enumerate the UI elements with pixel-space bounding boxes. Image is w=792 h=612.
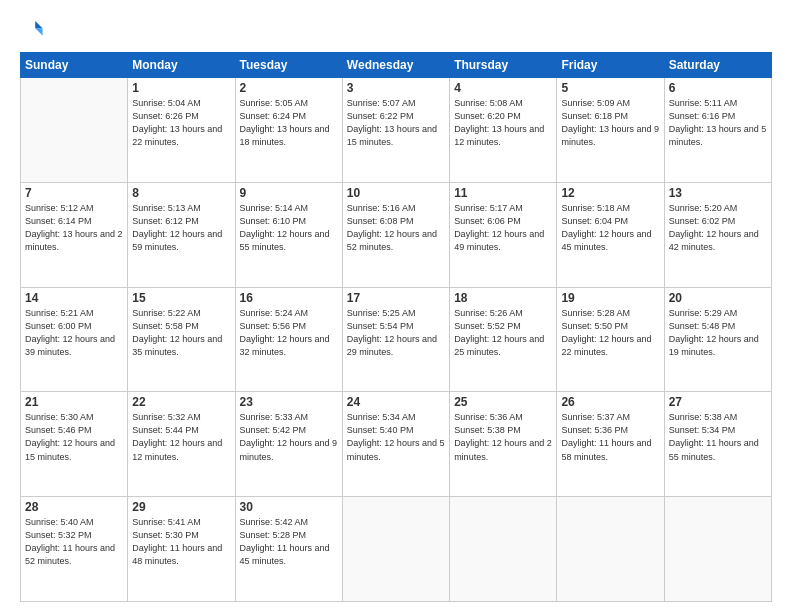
day-number: 3 bbox=[347, 81, 445, 95]
calendar-cell: 6Sunrise: 5:11 AM Sunset: 6:16 PM Daylig… bbox=[664, 78, 771, 183]
calendar-cell: 25Sunrise: 5:36 AM Sunset: 5:38 PM Dayli… bbox=[450, 392, 557, 497]
calendar-cell: 19Sunrise: 5:28 AM Sunset: 5:50 PM Dayli… bbox=[557, 287, 664, 392]
header-sunday: Sunday bbox=[21, 53, 128, 78]
svg-marker-1 bbox=[35, 28, 42, 35]
header-wednesday: Wednesday bbox=[342, 53, 449, 78]
cell-info: Sunrise: 5:28 AM Sunset: 5:50 PM Dayligh… bbox=[561, 307, 659, 359]
header-friday: Friday bbox=[557, 53, 664, 78]
cell-info: Sunrise: 5:14 AM Sunset: 6:10 PM Dayligh… bbox=[240, 202, 338, 254]
calendar-cell: 17Sunrise: 5:25 AM Sunset: 5:54 PM Dayli… bbox=[342, 287, 449, 392]
cell-info: Sunrise: 5:32 AM Sunset: 5:44 PM Dayligh… bbox=[132, 411, 230, 463]
calendar-cell: 16Sunrise: 5:24 AM Sunset: 5:56 PM Dayli… bbox=[235, 287, 342, 392]
cell-info: Sunrise: 5:22 AM Sunset: 5:58 PM Dayligh… bbox=[132, 307, 230, 359]
calendar-week-row: 1Sunrise: 5:04 AM Sunset: 6:26 PM Daylig… bbox=[21, 78, 772, 183]
calendar-cell: 14Sunrise: 5:21 AM Sunset: 6:00 PM Dayli… bbox=[21, 287, 128, 392]
calendar-cell: 1Sunrise: 5:04 AM Sunset: 6:26 PM Daylig… bbox=[128, 78, 235, 183]
calendar-header-row: Sunday Monday Tuesday Wednesday Thursday… bbox=[21, 53, 772, 78]
calendar-cell: 26Sunrise: 5:37 AM Sunset: 5:36 PM Dayli… bbox=[557, 392, 664, 497]
day-number: 26 bbox=[561, 395, 659, 409]
calendar-cell bbox=[557, 497, 664, 602]
calendar-cell: 28Sunrise: 5:40 AM Sunset: 5:32 PM Dayli… bbox=[21, 497, 128, 602]
day-number: 13 bbox=[669, 186, 767, 200]
day-number: 16 bbox=[240, 291, 338, 305]
day-number: 30 bbox=[240, 500, 338, 514]
calendar-cell bbox=[21, 78, 128, 183]
day-number: 15 bbox=[132, 291, 230, 305]
cell-info: Sunrise: 5:41 AM Sunset: 5:30 PM Dayligh… bbox=[132, 516, 230, 568]
day-number: 9 bbox=[240, 186, 338, 200]
calendar-cell bbox=[342, 497, 449, 602]
day-number: 8 bbox=[132, 186, 230, 200]
logo-icon bbox=[22, 18, 44, 40]
cell-info: Sunrise: 5:25 AM Sunset: 5:54 PM Dayligh… bbox=[347, 307, 445, 359]
calendar-week-row: 7Sunrise: 5:12 AM Sunset: 6:14 PM Daylig… bbox=[21, 182, 772, 287]
calendar-table: Sunday Monday Tuesday Wednesday Thursday… bbox=[20, 52, 772, 602]
cell-info: Sunrise: 5:21 AM Sunset: 6:00 PM Dayligh… bbox=[25, 307, 123, 359]
cell-info: Sunrise: 5:33 AM Sunset: 5:42 PM Dayligh… bbox=[240, 411, 338, 463]
calendar-cell: 4Sunrise: 5:08 AM Sunset: 6:20 PM Daylig… bbox=[450, 78, 557, 183]
calendar-cell: 20Sunrise: 5:29 AM Sunset: 5:48 PM Dayli… bbox=[664, 287, 771, 392]
cell-info: Sunrise: 5:18 AM Sunset: 6:04 PM Dayligh… bbox=[561, 202, 659, 254]
svg-marker-0 bbox=[35, 21, 42, 28]
day-number: 2 bbox=[240, 81, 338, 95]
calendar-cell: 13Sunrise: 5:20 AM Sunset: 6:02 PM Dayli… bbox=[664, 182, 771, 287]
cell-info: Sunrise: 5:38 AM Sunset: 5:34 PM Dayligh… bbox=[669, 411, 767, 463]
calendar-cell: 10Sunrise: 5:16 AM Sunset: 6:08 PM Dayli… bbox=[342, 182, 449, 287]
cell-info: Sunrise: 5:07 AM Sunset: 6:22 PM Dayligh… bbox=[347, 97, 445, 149]
day-number: 1 bbox=[132, 81, 230, 95]
calendar-cell: 29Sunrise: 5:41 AM Sunset: 5:30 PM Dayli… bbox=[128, 497, 235, 602]
calendar-cell: 22Sunrise: 5:32 AM Sunset: 5:44 PM Dayli… bbox=[128, 392, 235, 497]
page: Sunday Monday Tuesday Wednesday Thursday… bbox=[0, 0, 792, 612]
day-number: 20 bbox=[669, 291, 767, 305]
day-number: 19 bbox=[561, 291, 659, 305]
cell-info: Sunrise: 5:08 AM Sunset: 6:20 PM Dayligh… bbox=[454, 97, 552, 149]
day-number: 12 bbox=[561, 186, 659, 200]
day-number: 18 bbox=[454, 291, 552, 305]
cell-info: Sunrise: 5:04 AM Sunset: 6:26 PM Dayligh… bbox=[132, 97, 230, 149]
calendar-cell bbox=[450, 497, 557, 602]
day-number: 17 bbox=[347, 291, 445, 305]
calendar-cell: 5Sunrise: 5:09 AM Sunset: 6:18 PM Daylig… bbox=[557, 78, 664, 183]
calendar-cell: 8Sunrise: 5:13 AM Sunset: 6:12 PM Daylig… bbox=[128, 182, 235, 287]
cell-info: Sunrise: 5:20 AM Sunset: 6:02 PM Dayligh… bbox=[669, 202, 767, 254]
day-number: 24 bbox=[347, 395, 445, 409]
calendar-cell: 2Sunrise: 5:05 AM Sunset: 6:24 PM Daylig… bbox=[235, 78, 342, 183]
day-number: 27 bbox=[669, 395, 767, 409]
calendar-cell: 3Sunrise: 5:07 AM Sunset: 6:22 PM Daylig… bbox=[342, 78, 449, 183]
day-number: 11 bbox=[454, 186, 552, 200]
cell-info: Sunrise: 5:13 AM Sunset: 6:12 PM Dayligh… bbox=[132, 202, 230, 254]
day-number: 28 bbox=[25, 500, 123, 514]
cell-info: Sunrise: 5:34 AM Sunset: 5:40 PM Dayligh… bbox=[347, 411, 445, 463]
day-number: 21 bbox=[25, 395, 123, 409]
calendar-week-row: 21Sunrise: 5:30 AM Sunset: 5:46 PM Dayli… bbox=[21, 392, 772, 497]
header-saturday: Saturday bbox=[664, 53, 771, 78]
header bbox=[20, 18, 772, 44]
day-number: 5 bbox=[561, 81, 659, 95]
header-monday: Monday bbox=[128, 53, 235, 78]
calendar-cell: 27Sunrise: 5:38 AM Sunset: 5:34 PM Dayli… bbox=[664, 392, 771, 497]
day-number: 25 bbox=[454, 395, 552, 409]
calendar-cell: 15Sunrise: 5:22 AM Sunset: 5:58 PM Dayli… bbox=[128, 287, 235, 392]
calendar-cell: 30Sunrise: 5:42 AM Sunset: 5:28 PM Dayli… bbox=[235, 497, 342, 602]
calendar-cell: 24Sunrise: 5:34 AM Sunset: 5:40 PM Dayli… bbox=[342, 392, 449, 497]
calendar-week-row: 28Sunrise: 5:40 AM Sunset: 5:32 PM Dayli… bbox=[21, 497, 772, 602]
cell-info: Sunrise: 5:16 AM Sunset: 6:08 PM Dayligh… bbox=[347, 202, 445, 254]
calendar-cell: 11Sunrise: 5:17 AM Sunset: 6:06 PM Dayli… bbox=[450, 182, 557, 287]
logo bbox=[20, 18, 44, 44]
day-number: 23 bbox=[240, 395, 338, 409]
day-number: 7 bbox=[25, 186, 123, 200]
calendar-cell: 7Sunrise: 5:12 AM Sunset: 6:14 PM Daylig… bbox=[21, 182, 128, 287]
cell-info: Sunrise: 5:05 AM Sunset: 6:24 PM Dayligh… bbox=[240, 97, 338, 149]
day-number: 29 bbox=[132, 500, 230, 514]
calendar-cell: 21Sunrise: 5:30 AM Sunset: 5:46 PM Dayli… bbox=[21, 392, 128, 497]
calendar-week-row: 14Sunrise: 5:21 AM Sunset: 6:00 PM Dayli… bbox=[21, 287, 772, 392]
cell-info: Sunrise: 5:36 AM Sunset: 5:38 PM Dayligh… bbox=[454, 411, 552, 463]
day-number: 6 bbox=[669, 81, 767, 95]
calendar-cell bbox=[664, 497, 771, 602]
cell-info: Sunrise: 5:24 AM Sunset: 5:56 PM Dayligh… bbox=[240, 307, 338, 359]
day-number: 4 bbox=[454, 81, 552, 95]
cell-info: Sunrise: 5:37 AM Sunset: 5:36 PM Dayligh… bbox=[561, 411, 659, 463]
header-thursday: Thursday bbox=[450, 53, 557, 78]
cell-info: Sunrise: 5:11 AM Sunset: 6:16 PM Dayligh… bbox=[669, 97, 767, 149]
header-tuesday: Tuesday bbox=[235, 53, 342, 78]
